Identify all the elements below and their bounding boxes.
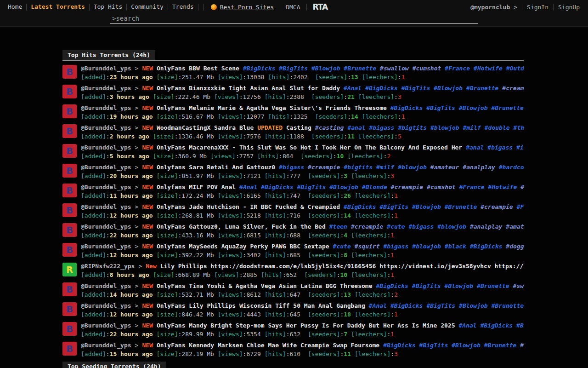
tag-link[interactable]: #Brunette <box>466 85 498 92</box>
uploader-avatar[interactable]: B <box>62 322 77 336</box>
uploader-avatar[interactable]: B <box>62 223 77 237</box>
tag-link[interactable]: #Blowjob <box>452 342 481 349</box>
tag-link[interactable]: #analplay <box>470 223 502 230</box>
torrent-title[interactable]: WoodmanCastingX Sandra Blue <box>157 124 254 131</box>
tag-link[interactable]: #bigass <box>487 144 513 151</box>
uploader-avatar[interactable]: B <box>62 144 77 158</box>
uploader-avatar[interactable]: B <box>62 124 77 138</box>
tag-link[interactable]: #France <box>517 203 524 210</box>
uploader-avatar[interactable]: B <box>62 184 77 197</box>
nav-item-community[interactable]: Community <box>127 3 167 10</box>
tag-link[interactable]: #blowjob <box>430 124 459 131</box>
tag-link[interactable]: #double <box>485 124 510 131</box>
tag-link[interactable]: #Brunette <box>492 302 524 309</box>
uploader-avatar[interactable]: B <box>62 104 77 118</box>
tag-link[interactable]: #amateur <box>506 223 524 230</box>
tag-link[interactable]: #casting <box>315 124 344 131</box>
search-input[interactable] <box>110 14 478 24</box>
tag-link[interactable]: #Hotwife <box>474 65 503 72</box>
tag-link[interactable]: #Anal <box>459 322 477 329</box>
uploader-link[interactable]: @Burunddel_yps <box>81 85 131 92</box>
uploader-avatar[interactable]: R <box>62 263 77 276</box>
tag-link[interactable]: #BigTits <box>279 65 308 72</box>
tag-link[interactable]: #Anal <box>239 184 257 190</box>
tag-link[interactable]: #Blowjob <box>459 104 488 111</box>
uploader-link[interactable]: @Burunddel_yps <box>81 302 131 309</box>
account-menu[interactable]: @mypornclub> <box>470 4 517 11</box>
tag-link[interactable]: #bigtits <box>344 164 373 171</box>
tag-link[interactable]: #blowjob <box>437 223 466 230</box>
uploader-avatar[interactable]: B <box>62 302 77 316</box>
tag-link[interactable]: #swallow <box>380 65 409 72</box>
nav-item-latest-torrents[interactable]: Latest Torrents <box>27 3 89 10</box>
signup-link[interactable]: SignUp <box>554 4 584 11</box>
tag-link[interactable]: #amateur <box>430 164 459 171</box>
uploader-avatar[interactable]: B <box>62 203 77 217</box>
torrent-title[interactable]: Casting <box>286 124 311 131</box>
uploader-link[interactable]: @Burunddel_yps <box>81 203 131 210</box>
tag-link[interactable]: #interrac… <box>516 144 524 151</box>
tag-link[interactable]: #creampie <box>502 85 524 92</box>
tag-link[interactable]: #BigDicks <box>470 243 502 250</box>
uploader-link[interactable]: @Burunddel_yps <box>81 104 131 111</box>
tag-link[interactable]: #creampie <box>351 223 383 230</box>
torrent-title[interactable]: Onlyfans MaySeeds AquaZay Perky PAWG BBC… <box>157 243 329 250</box>
uploader-link[interactable]: @Burunddel_yps <box>81 282 131 289</box>
torrent-title[interactable]: OnlyFans Lily Phillips Wisconsin Tiff 50… <box>157 302 365 309</box>
tag-link[interactable]: #BigTits <box>426 104 455 111</box>
uploader-avatar[interactable]: B <box>62 65 77 79</box>
uploader-link[interactable]: @RIPNsfw222_yps <box>81 263 135 270</box>
tag-link[interactable]: #Anal <box>369 302 387 309</box>
torrent-title[interactable]: OnlyFans BBW Best Scene <box>157 65 239 72</box>
tag-link[interactable]: #BigTits <box>412 282 441 289</box>
nav-item-home[interactable]: Home <box>4 3 26 10</box>
tag-link[interactable]: #squirt <box>355 243 380 250</box>
tag-link[interactable]: #BigTits <box>419 342 448 349</box>
tag-link[interactable]: #teen <box>329 223 347 230</box>
tag-link[interactable]: #black <box>445 243 466 250</box>
torrent-title[interactable]: Onlyfans Sara Retali And Gattouz0 <box>157 164 275 171</box>
tag-link[interactable]: #analplay <box>463 164 495 171</box>
uploader-link[interactable]: @Burunddel_yps <box>81 322 131 329</box>
tag-link[interactable]: #bigass <box>279 164 304 171</box>
uploader-link[interactable]: @Burunddel_yps <box>81 243 131 250</box>
uploader-avatar[interactable]: B <box>62 342 77 356</box>
tag-link[interactable]: #Outdoors <box>506 65 524 72</box>
tag-link[interactable]: #creampie <box>308 164 340 171</box>
tag-link[interactable]: #swallow <box>513 282 524 289</box>
tag-link[interactable]: #blowjob <box>398 164 427 171</box>
tag-link[interactable]: #BigDicks <box>365 85 397 92</box>
tag-link[interactable]: #blowjob <box>412 243 441 250</box>
tag-link[interactable]: #threesome… <box>514 124 524 131</box>
tag-link[interactable]: #milf <box>463 124 481 131</box>
tag-link[interactable]: #BigDicks <box>390 302 423 309</box>
torrent-title[interactable]: OnlyFans Bianxxxkie Tight Asian Anal Slu… <box>157 85 340 92</box>
tag-link[interactable]: #Brunette <box>484 342 516 349</box>
uploader-link[interactable]: @Burunddel_yps <box>81 184 131 190</box>
tag-link[interactable]: #BigTits <box>426 302 455 309</box>
torrent-title[interactable]: Lily Phillips https://doodstream.com/e/l… <box>160 263 524 270</box>
tag-link[interactable]: #anal <box>466 144 484 151</box>
tag-link[interactable]: #Blowjob <box>445 282 474 289</box>
tag-link[interactable]: #bigass <box>369 124 395 131</box>
uploader-link[interactable]: @Burunddel_yps <box>81 144 131 151</box>
tag-link[interactable]: #Brunette <box>344 65 376 72</box>
tag-link[interactable]: #Brunette <box>477 282 509 289</box>
tag-link[interactable]: #anal <box>347 124 365 131</box>
tag-link[interactable]: #Blowjob <box>459 302 488 309</box>
torrent-title[interactable]: OnlyFans Kennedy Marksen Chloe Mae Wife … <box>157 342 379 349</box>
torrent-title[interactable]: OnlyFans Gattouz0, Luna Silver, Fuck in … <box>157 223 326 230</box>
nav-item-trends[interactable]: Trends <box>168 3 198 10</box>
torrent-title[interactable]: OnlyFans Melanie Marie & Agatha Vega Sis… <box>157 104 387 111</box>
tag-link[interactable]: #cute <box>387 223 405 230</box>
uploader-link[interactable]: @Burunddel_yps <box>81 164 131 171</box>
tag-link[interactable]: #BigDicks <box>243 65 275 72</box>
nav-item-top-hits[interactable]: Top Hits <box>90 3 127 10</box>
torrent-title[interactable]: OnlyFans Mandy Bright Step-mom Says Her … <box>157 322 455 329</box>
tag-link[interactable]: #Blowjob <box>434 85 463 92</box>
tag-link[interactable]: #BigTits <box>516 322 524 329</box>
tag-link[interactable]: #Hotwife <box>488 184 517 190</box>
tag-link[interactable]: #cumshot <box>427 184 456 190</box>
torrent-title[interactable]: Onlyfans MILF POV Anal <box>157 184 236 190</box>
uploader-avatar[interactable]: B <box>62 282 77 296</box>
